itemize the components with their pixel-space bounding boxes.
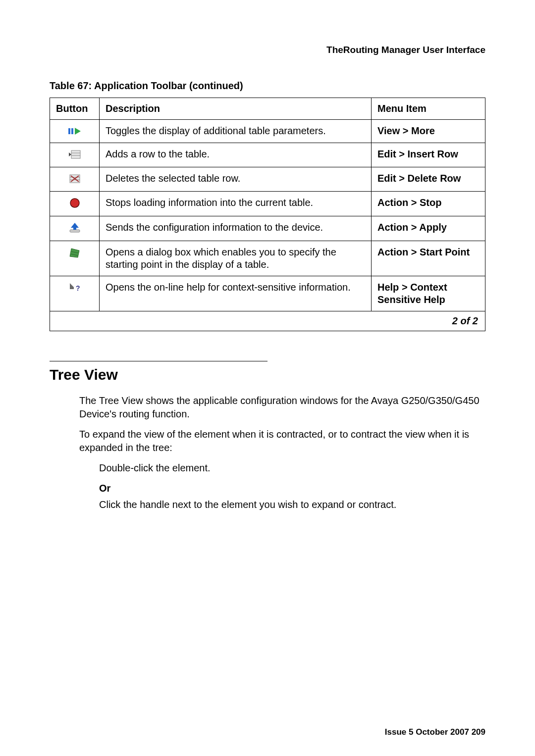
cell-menu-item: Action > Apply (372, 216, 485, 241)
cell-menu-item: Edit > Delete Row (372, 167, 485, 192)
step: Double-click the element. (99, 461, 485, 475)
svg-marker-2 (75, 128, 81, 135)
or-label: Or (99, 482, 485, 495)
table-footer-row: 2 of 2 (50, 311, 485, 331)
svg-point-12 (70, 199, 79, 207)
stop-icon (67, 197, 82, 209)
paragraph: To expand the view of the element when i… (79, 428, 485, 454)
more-icon (67, 125, 82, 138)
cell-description: Opens the on-line help for context-sensi… (100, 276, 372, 311)
svg-rect-0 (68, 128, 70, 134)
table-pagination: 2 of 2 (50, 311, 485, 331)
application-toolbar-table: Button Description Menu Item Toggles the (50, 98, 485, 331)
svg-marker-19 (70, 283, 74, 289)
cell-menu-item: View > More (372, 120, 485, 143)
table-row: Sends the configuration information to t… (50, 216, 485, 241)
page-footer: Issue 5 October 2007 209 (385, 727, 485, 737)
table-caption: Table 67: Application Toolbar (continued… (50, 80, 485, 92)
paragraph: The Tree View shows the applicable confi… (79, 394, 485, 421)
col-header-menu-item: Menu Item (372, 98, 485, 120)
table-row: Opens a dialog box which enables you to … (50, 241, 485, 276)
running-head: TheRouting Manager User Interface (50, 45, 485, 55)
cell-menu-item: Edit > Insert Row (372, 143, 485, 167)
section-rule (50, 361, 268, 361)
step: Click the handle next to the element you… (99, 498, 485, 511)
cell-description: Stops loading information into the curre… (100, 192, 372, 216)
cell-description: Adds a row to the table. (100, 143, 372, 167)
cell-menu-item: Help > Context Sensitive Help (372, 276, 485, 311)
table-row: Adds a row to the table. Edit > Insert R… (50, 143, 485, 167)
context-help-icon: ? (67, 281, 82, 294)
svg-rect-13 (70, 230, 80, 232)
table-row: Deletes the selected table row. Edit > D… (50, 167, 485, 192)
insert-row-icon (67, 148, 82, 161)
svg-rect-3 (71, 151, 80, 158)
delete-row-icon (67, 172, 82, 185)
svg-rect-15 (73, 227, 76, 230)
svg-marker-6 (69, 152, 71, 156)
cell-menu-item: Action > Start Point (372, 241, 485, 276)
svg-text:?: ? (76, 284, 80, 292)
section-heading-tree-view: Tree View (50, 366, 485, 383)
col-header-description: Description (100, 98, 372, 120)
cell-description: Sends the configuration information to t… (100, 216, 372, 241)
start-point-icon (67, 246, 82, 259)
table-row: ? Opens the on-line help for context-sen… (50, 276, 485, 311)
cell-menu-item: Action > Stop (372, 192, 485, 216)
section-body: The Tree View shows the applicable confi… (79, 394, 485, 511)
col-header-button: Button (50, 98, 100, 120)
table-row: Stops loading information into the curre… (50, 192, 485, 216)
table-row: Toggles the display of additional table … (50, 120, 485, 143)
cell-description: Toggles the display of additional table … (100, 120, 372, 143)
apply-icon (67, 221, 82, 234)
cell-description: Opens a dialog box which enables you to … (100, 241, 372, 276)
svg-rect-1 (71, 128, 73, 134)
cell-description: Deletes the selected table row. (100, 167, 372, 192)
